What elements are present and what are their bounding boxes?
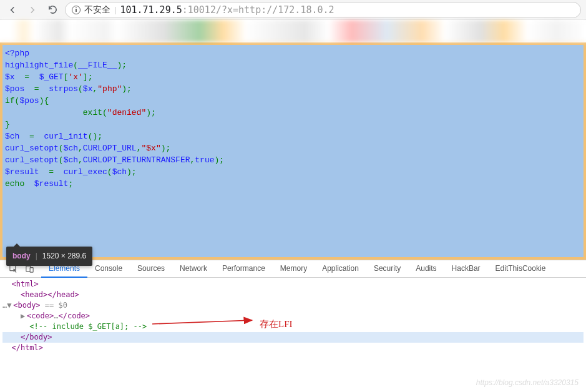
tab-performance[interactable]: Performance <box>215 260 273 278</box>
dom-body-open[interactable]: …▼<body> == $0 <box>2 300 584 311</box>
dom-head[interactable]: <head></head> <box>2 290 584 300</box>
tab-memory[interactable]: Memory <box>273 260 315 278</box>
back-button[interactable] <box>5 2 20 17</box>
info-icon: i <box>72 6 81 14</box>
tab-network[interactable]: Network <box>172 260 215 278</box>
forward-button[interactable] <box>25 2 40 17</box>
url-separator: | <box>114 5 116 14</box>
tab-hackbar[interactable]: HackBar <box>444 260 488 278</box>
address-bar[interactable]: i 不安全 | 101.71.29.5:10012/?x=http://172.… <box>65 2 581 18</box>
tab-security[interactable]: Security <box>366 260 408 278</box>
tab-audits[interactable]: Audits <box>408 260 444 278</box>
browser-toolbar: i 不安全 | 101.71.29.5:10012/?x=http://172.… <box>0 0 586 20</box>
tab-application[interactable]: Application <box>315 260 366 278</box>
element-size-tooltip: body | 1520 × 289.6 <box>6 247 92 266</box>
tooltip-dimensions: 1520 × 289.6 <box>42 250 86 262</box>
dom-html-open[interactable]: <html> <box>2 279 584 290</box>
annotation-arrow <box>152 315 258 328</box>
svg-rect-2 <box>30 268 33 273</box>
elements-tree[interactable]: <html> <head></head> …▼<body> == $0 ▶<co… <box>0 278 586 358</box>
tab-console[interactable]: Console <box>87 260 130 278</box>
tooltip-tagname: body <box>12 250 31 262</box>
reload-button[interactable] <box>45 2 60 17</box>
svg-line-3 <box>152 320 252 324</box>
url-text: 101.71.29.5:10012/?x=http://172.18.0.2 <box>120 4 334 16</box>
dom-html-close[interactable]: </html> <box>2 343 584 353</box>
tab-editthiscookie[interactable]: EditThisCookie <box>488 260 554 278</box>
annotation-lfi-label: 存在LFI <box>260 319 293 330</box>
dom-code[interactable]: ▶<code>…</code> <box>2 311 584 321</box>
dom-body-close[interactable]: </body> <box>2 332 584 343</box>
page-content-frame: <?php highlight_file(__FILE__); $x = $_G… <box>0 42 586 260</box>
insecure-label: 不安全 <box>84 4 110 16</box>
dom-comment-include[interactable]: <!-- include $_GET[a]; --> <box>2 321 584 332</box>
tab-sources[interactable]: Sources <box>130 260 172 278</box>
devtools-tabs: Elements Console Sources Network Perform… <box>41 260 553 278</box>
devtools-panel: Elements Console Sources Network Perform… <box>0 260 586 358</box>
php-source-panel: <?php highlight_file(__FILE__); $x = $_G… <box>2 45 584 257</box>
blurred-region <box>0 20 586 42</box>
